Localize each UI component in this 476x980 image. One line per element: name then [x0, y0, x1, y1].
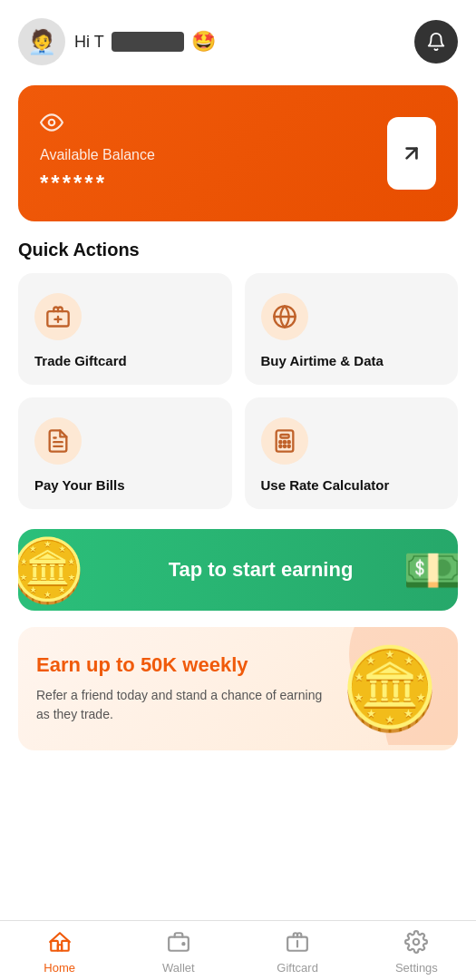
rate-calculator-label: Use Rate Calculator	[261, 477, 390, 493]
pay-bills-label: Pay Your Bills	[34, 477, 125, 493]
bottom-nav: Home Wallet Giftcard	[0, 920, 476, 980]
balance-label: Available Balance	[40, 147, 155, 163]
greeting-emoji: 🤩	[191, 30, 216, 54]
earn-banner-text: Tap to start earning	[36, 558, 440, 582]
wallet-label: Wallet	[162, 961, 195, 975]
svg-point-20	[279, 446, 281, 447]
giftcard-icon	[286, 930, 309, 957]
nav-home[interactable]: Home	[0, 930, 119, 975]
rate-calculator-button[interactable]: Use Rate Calculator	[245, 397, 459, 509]
svg-point-21	[283, 446, 285, 447]
quick-actions-grid: Trade Giftcard Buy Airtime & Data	[18, 273, 458, 509]
eye-icon[interactable]	[40, 111, 155, 140]
settings-label: Settings	[395, 961, 438, 975]
svg-point-0	[49, 120, 55, 126]
svg-point-32	[413, 939, 420, 946]
balance-navigate-button[interactable]	[387, 117, 436, 190]
svg-point-19	[287, 441, 289, 443]
trade-giftcard-button[interactable]: Trade Giftcard	[18, 273, 232, 385]
pay-bills-button[interactable]: Pay Your Bills	[18, 397, 232, 509]
svg-line-1	[407, 149, 417, 159]
pay-bills-icon	[34, 417, 82, 465]
trade-giftcard-label: Trade Giftcard	[34, 353, 127, 368]
refer-banner[interactable]: Earn up to 50K weekly Refer a friend tod…	[18, 627, 458, 750]
nav-giftcard[interactable]: Giftcard	[238, 930, 357, 975]
avatar[interactable]: 🧑‍💼	[18, 18, 65, 65]
earn-money-icon: 💵	[403, 545, 458, 594]
app-header: 🧑‍💼 Hi T 🤩	[0, 0, 476, 74]
buy-airtime-button[interactable]: Buy Airtime & Data	[245, 273, 459, 385]
notification-button[interactable]	[414, 20, 458, 64]
svg-point-17	[279, 441, 281, 443]
svg-point-18	[283, 441, 285, 443]
buy-airtime-icon	[261, 293, 308, 340]
earn-banner[interactable]: 🪙 Tap to start earning 💵	[18, 529, 458, 611]
home-label: Home	[44, 961, 75, 975]
bell-icon	[426, 32, 446, 52]
refer-coin-icon: 🪙	[340, 649, 440, 729]
arrow-up-right-icon	[400, 142, 423, 165]
earn-coin-icon: 🪙	[18, 539, 86, 601]
greeting: Hi T 🤩	[74, 30, 216, 54]
settings-icon	[404, 930, 428, 957]
user-name-blur	[112, 32, 184, 52]
nav-settings[interactable]: Settings	[357, 930, 476, 975]
balance-card[interactable]: Available Balance ******	[18, 85, 458, 221]
quick-actions-title: Quick Actions	[18, 240, 458, 260]
svg-point-22	[287, 446, 289, 447]
svg-rect-10	[280, 435, 288, 438]
svg-rect-27	[62, 941, 69, 951]
svg-point-29	[182, 943, 184, 945]
buy-airtime-label: Buy Airtime & Data	[261, 353, 384, 368]
trade-giftcard-icon	[34, 293, 82, 340]
balance-amount: ******	[40, 171, 155, 196]
balance-info: Available Balance ******	[40, 111, 155, 196]
svg-rect-25	[51, 941, 58, 951]
rate-calculator-icon	[261, 417, 308, 465]
greeting-text: Hi T	[74, 33, 104, 52]
nav-wallet[interactable]: Wallet	[119, 930, 238, 975]
home-icon	[48, 930, 72, 957]
wallet-icon	[167, 930, 190, 957]
giftcard-label: Giftcard	[277, 961, 318, 975]
